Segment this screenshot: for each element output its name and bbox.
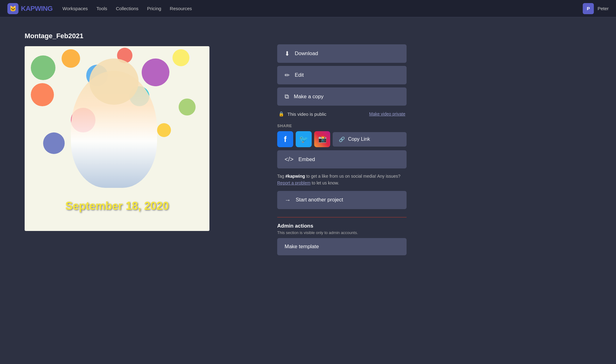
nav-collections[interactable]: Collections: [116, 6, 138, 11]
privacy-status: 🔒 This video is public: [278, 111, 326, 117]
nav-pricing[interactable]: Pricing: [147, 6, 161, 11]
tag-hashtag: #kapwing: [285, 174, 305, 179]
copy-link-button[interactable]: 🔗 Copy Link: [333, 132, 407, 147]
nav-workspaces[interactable]: Workspaces: [63, 6, 88, 11]
make-copy-button[interactable]: ⧉ Make a copy: [277, 87, 407, 106]
dot-decor: [31, 55, 55, 80]
brand-name: KAPWING: [21, 5, 53, 13]
admin-title: Admin actions: [277, 223, 407, 229]
instagram-icon: 📸: [318, 135, 326, 143]
navbar: 🐱 KAPWING Workspaces Tools Collections P…: [0, 0, 616, 17]
brand-link[interactable]: 🐱 KAPWING: [7, 3, 53, 14]
right-panel: ⬇ Download ✏ Edit ⧉ Make a copy 🔒 This v…: [277, 32, 407, 255]
username: Peter: [598, 6, 609, 11]
main-content: Montage_Feb2021: [0, 17, 431, 270]
tag-suffix: to get a like from us on social media! A…: [305, 174, 400, 179]
dot-decor: [62, 49, 80, 68]
dot-decor: [43, 132, 65, 154]
dot-decor: [31, 83, 54, 106]
download-button[interactable]: ⬇ Download: [277, 44, 407, 63]
facebook-icon: f: [284, 135, 287, 144]
admin-description: This section is visible only to admin ac…: [277, 230, 407, 235]
twitter-button[interactable]: 🐦: [296, 131, 312, 147]
start-project-button[interactable]: → Start another project: [277, 191, 407, 209]
baby-head: [89, 59, 139, 105]
embed-button[interactable]: </> Embed: [277, 150, 407, 168]
nav-resources[interactable]: Resources: [170, 6, 192, 11]
make-template-button[interactable]: Make template: [277, 238, 407, 255]
tag-report-suffix: to let us know.: [310, 180, 339, 185]
download-label: Download: [295, 51, 318, 57]
download-icon: ⬇: [285, 50, 290, 57]
video-thumbnail: September 18, 2020: [25, 46, 209, 231]
video-preview: September 18, 2020: [25, 46, 209, 231]
share-row: f 🐦 📸 🔗 Copy Link: [277, 131, 407, 147]
user-area: P Peter: [583, 3, 609, 14]
dot-decor: [157, 123, 171, 137]
logo-icon: 🐱: [7, 3, 18, 14]
date-overlay: September 18, 2020: [65, 200, 169, 212]
twitter-icon: 🐦: [299, 135, 308, 144]
avatar[interactable]: P: [583, 3, 594, 14]
share-label: SHARE: [277, 123, 407, 128]
arrow-icon: →: [285, 196, 291, 204]
make-template-label: Make template: [285, 244, 319, 250]
report-link[interactable]: Report a problem: [277, 180, 310, 185]
lock-icon: 🔒: [278, 111, 284, 117]
embed-label: Embed: [298, 156, 315, 163]
facebook-button[interactable]: f: [277, 131, 293, 147]
project-title: Montage_Feb2021: [25, 32, 253, 40]
left-panel: Montage_Feb2021: [25, 32, 253, 255]
dot-decor: [142, 59, 169, 86]
copy-icon: ⧉: [285, 93, 289, 100]
make-private-link[interactable]: Make video private: [369, 111, 405, 116]
edit-button[interactable]: ✏ Edit: [277, 66, 407, 84]
tag-prefix: Tag: [277, 174, 285, 179]
privacy-row: 🔒 This video is public Make video privat…: [277, 109, 407, 119]
embed-icon: </>: [285, 156, 294, 163]
admin-divider: [277, 217, 407, 217]
start-project-label: Start another project: [296, 197, 343, 203]
privacy-label: This video is public: [287, 111, 326, 117]
tag-info: Tag #kapwing to get a like from us on so…: [277, 172, 407, 188]
admin-section: Admin actions This section is visible on…: [277, 223, 407, 255]
instagram-button[interactable]: 📸: [314, 131, 330, 147]
copy-link-label: Copy Link: [348, 136, 370, 142]
nav-tools[interactable]: Tools: [96, 6, 107, 11]
edit-icon: ✏: [285, 71, 290, 79]
dot-decor: [172, 49, 189, 66]
link-icon: 🔗: [339, 136, 345, 142]
edit-label: Edit: [295, 72, 304, 78]
make-copy-label: Make a copy: [294, 94, 323, 100]
dot-decor: [179, 99, 196, 115]
nav-links: Workspaces Tools Collections Pricing Res…: [63, 6, 583, 11]
